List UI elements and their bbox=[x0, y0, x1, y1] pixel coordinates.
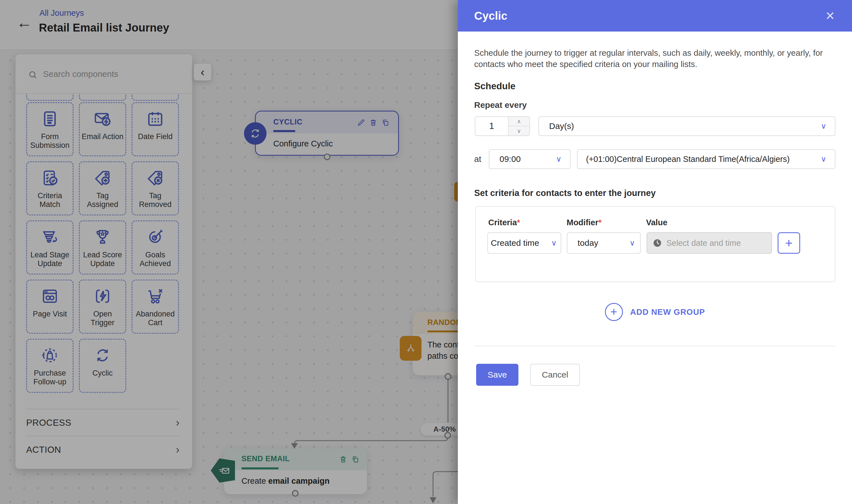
clock-icon bbox=[653, 238, 662, 248]
criteria-column-label: Criteria* bbox=[488, 218, 520, 227]
criteria-group-box: Criteria* Modifier* Value Created time ∨… bbox=[475, 206, 835, 282]
selected-value: Created time bbox=[491, 238, 539, 248]
add-new-group-button[interactable]: + ADD NEW GROUP bbox=[458, 303, 852, 321]
value-column-label: Value bbox=[646, 218, 667, 227]
step-up-button[interactable]: ∧ bbox=[508, 117, 529, 126]
modifier-select[interactable]: today ∨ bbox=[567, 232, 641, 254]
drawer-description: Schedule the journey to trigger at regul… bbox=[474, 47, 836, 70]
cyclic-config-drawer: Cyclic ✕ Schedule the journey to trigger… bbox=[458, 0, 852, 504]
schedule-heading: Schedule bbox=[474, 81, 516, 91]
add-group-label: ADD NEW GROUP bbox=[630, 307, 705, 317]
at-label: at bbox=[474, 154, 481, 164]
modal-overlay bbox=[0, 0, 458, 504]
divider bbox=[474, 346, 836, 346]
journey-builder-app: ← All Journeys Retail Email list Journey… bbox=[0, 0, 852, 504]
repeat-interval-stepper: ∧ ∨ bbox=[475, 116, 530, 136]
save-button[interactable]: Save bbox=[476, 364, 518, 386]
modifier-column-label: Modifier* bbox=[567, 218, 602, 227]
required-mark: * bbox=[598, 218, 602, 227]
selected-value: today bbox=[578, 238, 598, 248]
drawer-header: Cyclic ✕ bbox=[458, 0, 852, 32]
criteria-select[interactable]: Created time ∨ bbox=[487, 232, 561, 254]
datetime-input[interactable] bbox=[666, 238, 759, 248]
chevron-down-icon: ∨ bbox=[551, 238, 557, 248]
step-down-button[interactable]: ∨ bbox=[508, 126, 529, 136]
required-mark: * bbox=[517, 218, 520, 227]
add-criteria-row-button[interactable]: + bbox=[778, 232, 800, 254]
repeat-unit-select[interactable]: Day(s) ∨ bbox=[538, 116, 835, 136]
drawer-title: Cyclic bbox=[474, 10, 507, 22]
close-icon[interactable]: ✕ bbox=[825, 9, 835, 23]
stepper-buttons: ∧ ∨ bbox=[508, 117, 529, 136]
selected-value: (+01:00)Central European Standard Time(A… bbox=[586, 155, 790, 164]
chevron-down-icon: ∨ bbox=[821, 122, 827, 131]
value-datetime-field bbox=[647, 232, 772, 254]
chevron-down-icon: ∨ bbox=[821, 155, 827, 164]
plus-circle-icon: + bbox=[605, 303, 623, 321]
chevron-down-icon: ∨ bbox=[556, 155, 561, 164]
repeat-every-label: Repeat every bbox=[474, 100, 527, 110]
time-select[interactable]: 09:00 ∨ bbox=[489, 149, 571, 169]
repeat-interval-input[interactable] bbox=[475, 117, 508, 136]
cancel-button[interactable]: Cancel bbox=[530, 364, 580, 386]
criteria-heading: Set criteria for contacts to enter the j… bbox=[474, 188, 656, 198]
selected-value: 09:00 bbox=[500, 154, 521, 164]
timezone-select[interactable]: (+01:00)Central European Standard Time(A… bbox=[577, 149, 835, 169]
chevron-down-icon: ∨ bbox=[629, 238, 635, 248]
selected-value: Day(s) bbox=[549, 121, 574, 131]
